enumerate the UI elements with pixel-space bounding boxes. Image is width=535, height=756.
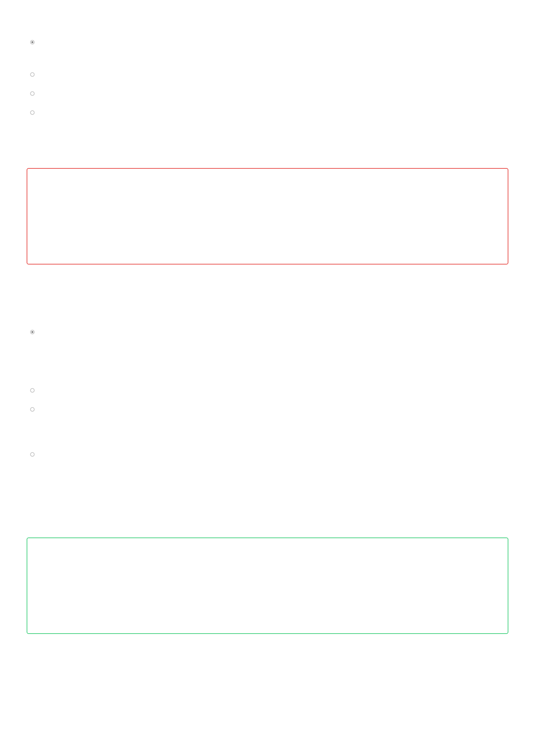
radio-option-2-4[interactable] bbox=[30, 452, 35, 457]
radio-option-1-4[interactable] bbox=[30, 110, 35, 115]
radio-icon bbox=[30, 40, 35, 44]
radio-icon bbox=[30, 330, 35, 334]
alert-box-red bbox=[27, 168, 508, 264]
radio-icon bbox=[30, 91, 35, 96]
radio-icon bbox=[30, 407, 35, 412]
radio-option-2-3[interactable] bbox=[30, 407, 35, 412]
alert-box-green bbox=[27, 537, 508, 634]
radio-option-1-3[interactable] bbox=[30, 91, 35, 96]
radio-option-1-2[interactable] bbox=[30, 72, 35, 77]
radio-icon bbox=[30, 72, 35, 77]
radio-icon bbox=[30, 452, 35, 457]
radio-icon bbox=[30, 110, 35, 115]
radio-option-1-1[interactable] bbox=[30, 40, 35, 44]
radio-group-2 bbox=[30, 330, 35, 470]
radio-icon bbox=[30, 388, 35, 392]
radio-option-2-2[interactable] bbox=[30, 388, 35, 392]
radio-option-2-1[interactable] bbox=[30, 330, 35, 334]
radio-group-1 bbox=[30, 40, 35, 128]
